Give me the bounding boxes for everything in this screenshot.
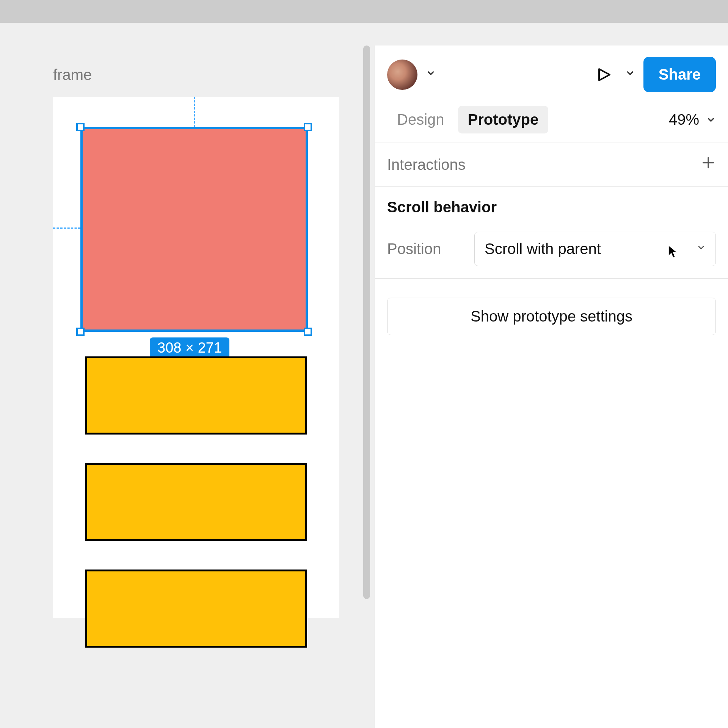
position-label: Position: [387, 240, 459, 257]
avatar[interactable]: [387, 60, 417, 90]
resize-handle-top-left[interactable]: [76, 123, 85, 131]
share-button[interactable]: Share: [643, 57, 716, 92]
present-button[interactable]: [590, 61, 617, 88]
scroll-behavior-title: Scroll behavior: [387, 199, 716, 216]
tab-prototype[interactable]: Prototype: [458, 106, 549, 133]
plus-icon: [701, 155, 716, 170]
canvas-rectangle[interactable]: [85, 570, 307, 648]
chevron-down-icon: [706, 111, 716, 128]
app-window: frame 308 × 271: [0, 23, 728, 728]
scrollbar[interactable]: [363, 46, 370, 599]
canvas-pane[interactable]: frame 308 × 271: [0, 23, 372, 728]
add-interaction-button[interactable]: [701, 155, 716, 174]
scroll-behavior-section: Scroll behavior Position Scroll with par…: [375, 187, 728, 279]
cursor-icon: [668, 245, 678, 259]
present-options-chevron-icon[interactable]: [622, 68, 638, 81]
prototype-settings-section: Show prototype settings: [375, 279, 728, 347]
alignment-guide-horizontal: [53, 228, 80, 229]
panel-tabs: Design Prototype 49%: [375, 101, 728, 143]
canvas-rectangle[interactable]: [85, 356, 307, 435]
resize-handle-top-right[interactable]: [304, 123, 312, 131]
right-panel: Share Design Prototype 49% Interactions: [375, 46, 728, 728]
frame-label[interactable]: frame: [53, 66, 92, 83]
show-prototype-settings-button[interactable]: Show prototype settings: [387, 298, 716, 335]
position-dropdown[interactable]: Scroll with parent: [474, 232, 716, 266]
tab-design[interactable]: Design: [387, 106, 454, 133]
selected-rectangle[interactable]: [80, 127, 308, 332]
panel-toolbar: Share: [375, 46, 728, 101]
alignment-guide-vertical: [194, 97, 195, 127]
interactions-title: Interactions: [387, 156, 466, 173]
canvas-rectangle[interactable]: [85, 463, 307, 541]
selection-dimensions-badge: 308 × 271: [150, 337, 229, 359]
resize-handle-bottom-right[interactable]: [304, 328, 312, 336]
avatar-menu-chevron-icon[interactable]: [423, 68, 439, 81]
position-value: Scroll with parent: [485, 240, 601, 257]
interactions-section: Interactions: [375, 143, 728, 187]
play-icon: [595, 66, 613, 84]
zoom-control[interactable]: 49%: [669, 111, 716, 128]
zoom-value: 49%: [669, 111, 699, 128]
chevron-down-icon: [697, 243, 706, 255]
resize-handle-bottom-left[interactable]: [76, 328, 85, 336]
